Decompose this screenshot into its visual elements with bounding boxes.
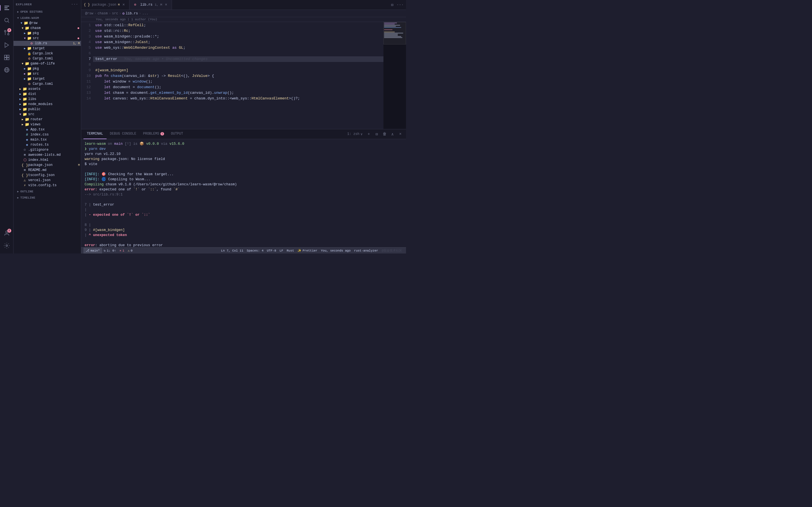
tab-debug-console[interactable]: DEBUG CONSOLE bbox=[107, 129, 140, 139]
folder-gol-target[interactable]: ▶ 📁 target bbox=[13, 76, 81, 81]
status-sync[interactable]: ↻ 1↓ 0↑ bbox=[102, 247, 118, 254]
terminal-blank-1 bbox=[85, 167, 403, 172]
file-readme[interactable]: ▶ ≡ README.md bbox=[13, 168, 81, 173]
terminal-content[interactable]: learn-wasm on main [!] is 📦 v0.0.0 via v… bbox=[81, 139, 406, 247]
folder-src-root[interactable]: ▼ 📁 src bbox=[13, 112, 81, 117]
status-branch[interactable]: ⎇ main* bbox=[84, 247, 102, 254]
lib-rs-icon: ⚙ bbox=[29, 41, 34, 46]
main-tsx-label: main.tsx bbox=[31, 138, 81, 142]
folder-src[interactable]: ▼ 📁 src bbox=[13, 36, 81, 41]
file-index-html[interactable]: ▶ ⬡ index.html bbox=[13, 158, 81, 163]
folder-views[interactable]: ▶ 📁 views bbox=[13, 122, 81, 127]
breadcrumb-rsw[interactable]: @rsw bbox=[85, 11, 93, 15]
routes-ts-label: routes.ts bbox=[31, 143, 81, 147]
code-area[interactable]: 1 2 3 4 5 6 7 8 9 10 11 12 13 bbox=[81, 22, 384, 129]
lib-rs-tab-close[interactable]: × bbox=[164, 3, 168, 7]
file-cargo-toml[interactable]: ▶ ⚙ Cargo.toml bbox=[13, 56, 81, 61]
source-control-badge: 2 bbox=[7, 28, 11, 32]
close-terminal-icon[interactable]: × bbox=[397, 131, 404, 137]
status-position[interactable]: Ln 7, Col 11 bbox=[219, 247, 245, 254]
trash-terminal-icon[interactable]: 🗑 bbox=[381, 131, 388, 137]
status-encoding[interactable]: UTF-8 bbox=[265, 247, 278, 254]
maximize-terminal-icon[interactable]: ∧ bbox=[389, 131, 396, 137]
folder-rsw[interactable]: ▼ 📁 @rsw bbox=[13, 20, 81, 25]
terminal-line-1: learn-wasm on main [!] is 📦 v0.0.0 via v… bbox=[85, 142, 403, 147]
file-main-tsx[interactable]: ▶ ◈ main.tsx bbox=[13, 137, 81, 142]
remote-icon[interactable] bbox=[1, 64, 12, 75]
run-icon[interactable] bbox=[1, 40, 12, 51]
terminal-line-12: | bbox=[85, 207, 403, 212]
search-icon[interactable] bbox=[1, 15, 12, 26]
folder-public[interactable]: ▶ 📁 public bbox=[13, 107, 81, 112]
folder-game-of-life[interactable]: ▼ 📁 game-of-life bbox=[13, 61, 81, 66]
folder-assets[interactable]: ▶ 📁 assets bbox=[13, 87, 81, 92]
tab-output[interactable]: OUTPUT bbox=[167, 129, 186, 139]
file-vercel-json[interactable]: ▶ ⚠ vercel.json bbox=[13, 178, 81, 183]
settings-icon[interactable] bbox=[1, 240, 12, 251]
folder-target[interactable]: ▶ 📁 target bbox=[13, 46, 81, 51]
open-editors-header[interactable]: ▶ OPEN EDITORS bbox=[13, 9, 81, 14]
cargo-toml-icon: ⚙ bbox=[27, 56, 32, 61]
source-control-icon[interactable]: 2 bbox=[1, 27, 12, 38]
breadcrumb-sep-4: › bbox=[139, 11, 141, 15]
file-awesome-lists[interactable]: ▶ ≡ awesome-lists.md bbox=[13, 152, 81, 158]
router-icon: 📁 bbox=[25, 117, 29, 122]
file-routes-ts[interactable]: ▶ ◈ routes.ts bbox=[13, 142, 81, 147]
status-spaces[interactable]: Spaces: 4 bbox=[245, 247, 265, 254]
breadcrumb-lib-rs[interactable]: lib.rs bbox=[126, 11, 138, 15]
folder-dist[interactable]: ▶ 📁 dist bbox=[13, 92, 81, 97]
file-package-json[interactable]: ▶ { } package.json M bbox=[13, 163, 81, 168]
file-tsconfig[interactable]: ▶ { } tsconfig.json bbox=[13, 173, 81, 178]
package-json-tab-close[interactable]: × bbox=[121, 3, 126, 7]
tab-lib-rs[interactable]: ⚙ lib.rs 1, M × bbox=[130, 0, 172, 10]
file-index-css[interactable]: ▶ # index.css bbox=[13, 132, 81, 137]
status-git-blame[interactable]: You, seconds ago bbox=[319, 247, 352, 254]
file-vite-config[interactable]: ▶ ⚡ vite.config.ts bbox=[13, 183, 81, 188]
status-language[interactable]: Rust bbox=[285, 247, 296, 254]
split-editor-icon[interactable]: ⊟ bbox=[389, 1, 396, 8]
new-file-icon[interactable]: ··· bbox=[70, 2, 79, 7]
file-gol-cargo-toml[interactable]: ▶ ⚙ Cargo.toml bbox=[13, 81, 81, 87]
minimap bbox=[384, 22, 406, 129]
status-eol[interactable]: LF bbox=[278, 247, 285, 254]
package-json-tab-label: package.json bbox=[92, 3, 116, 7]
add-terminal-icon[interactable]: + bbox=[365, 131, 372, 137]
outline-header[interactable]: ▶ OUTLINE bbox=[13, 189, 81, 194]
folder-node-modules[interactable]: ▶ 📁 node_modules bbox=[13, 102, 81, 107]
editor-pane: You, seconds ago | 1 author (You) 1 2 3 … bbox=[81, 17, 406, 129]
split-terminal-icon[interactable]: ⊟ bbox=[373, 131, 380, 137]
more-actions-icon[interactable]: ··· bbox=[396, 1, 404, 8]
status-errors[interactable]: ✕ 1 bbox=[118, 247, 126, 254]
svg-point-14 bbox=[6, 245, 8, 246]
terminal-shell-selector[interactable]: 1: zsh ∨ bbox=[346, 131, 364, 137]
tab-package-json[interactable]: { } package.json M × bbox=[81, 0, 130, 10]
tab-problems[interactable]: PROBLEMS 1 bbox=[140, 129, 167, 139]
tab-terminal[interactable]: TERMINAL bbox=[84, 129, 107, 139]
file-gitignore[interactable]: ▶ ⊙ .gitignore bbox=[13, 147, 81, 152]
extensions-icon[interactable] bbox=[1, 52, 12, 63]
breadcrumb-src[interactable]: src bbox=[112, 11, 118, 15]
folder-gol-src[interactable]: ▶ 📁 src bbox=[13, 71, 81, 76]
file-app-tsx[interactable]: ▶ ◈ App.tsx bbox=[13, 127, 81, 132]
status-prettier[interactable]: ✨ Prettier bbox=[296, 247, 319, 254]
status-warnings[interactable]: ⚠ 0 bbox=[126, 247, 134, 254]
folder-router[interactable]: ▶ 📁 router bbox=[13, 117, 81, 122]
status-rust-analyzer[interactable]: rust-analyzer bbox=[352, 247, 380, 254]
file-lib-rs[interactable]: ▶ ⚙ lib.rs 1, M bbox=[13, 41, 81, 46]
breadcrumb-dots[interactable]: ... bbox=[142, 11, 148, 15]
gol-pkg-label: pkg bbox=[33, 67, 81, 71]
breadcrumb-chasm[interactable]: chasm bbox=[98, 11, 108, 15]
terminal-line-6: [INFO]: 🎯 Checking for the Wasm target..… bbox=[85, 172, 403, 177]
accounts-icon[interactable]: 2 bbox=[1, 228, 12, 239]
folder-pkg[interactable]: ▶ 📁 pkg bbox=[13, 31, 81, 36]
status-left: ⎇ main* ↻ 1↓ 0↑ ✕ 1 ⚠ 0 bbox=[84, 247, 134, 254]
folder-chasm[interactable]: ▼ 📁 chasm bbox=[13, 25, 81, 31]
folder-gol-pkg[interactable]: ▶ 📁 pkg bbox=[13, 66, 81, 71]
timeline-header[interactable]: ▶ TIMELINE bbox=[13, 195, 81, 200]
git-blame-bar: You, seconds ago | 1 author (You) bbox=[81, 17, 406, 22]
folder-libs[interactable]: ▶ 📁 libs bbox=[13, 97, 81, 102]
open-editors-section: ▶ OPEN EDITORS bbox=[13, 9, 81, 15]
learn-wasm-header[interactable]: ▼ LEARN-WASM bbox=[13, 15, 81, 20]
file-cargo-lock[interactable]: ▶ 🔒 Cargo.lock bbox=[13, 51, 81, 56]
explorer-icon[interactable] bbox=[1, 2, 12, 13]
